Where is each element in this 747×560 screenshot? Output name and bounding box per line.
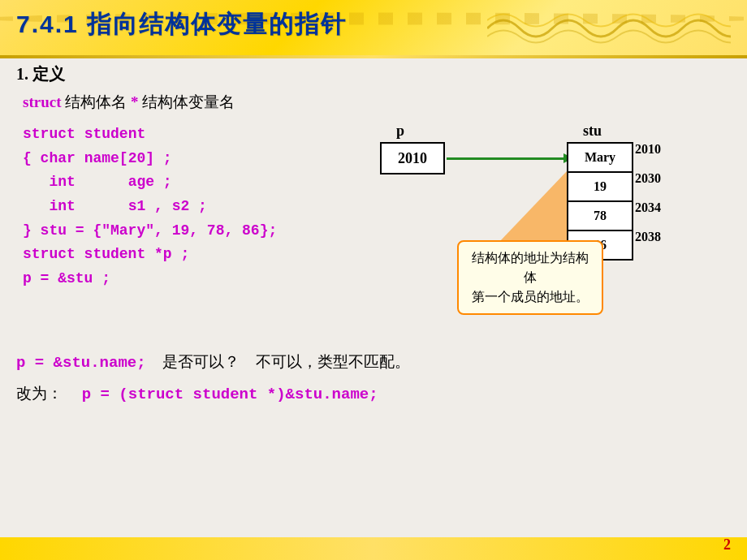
definition-rest2: 结构体变量名 <box>142 93 235 110</box>
main-content: 1. 定义 struct 结构体名 * 结构体变量名 struct studen… <box>16 63 731 544</box>
table-row: 19 <box>568 172 633 201</box>
change-code: p = (struct student *)&stu.name; <box>82 386 378 403</box>
definition-line: struct 结构体名 * 结构体变量名 <box>23 92 731 113</box>
page-title: 7.4.1 指向结构体变量的指针 <box>16 8 347 41</box>
stu-cell-age: 19 <box>568 172 633 201</box>
code-line-7: p = &stu ; <box>23 267 331 291</box>
code-block: struct student { char name[20] ; int age… <box>23 123 331 291</box>
code-line-1: struct student <box>23 123 331 147</box>
bottom-bar <box>0 537 747 560</box>
stu-label: stu <box>583 123 602 140</box>
change-line: 改为： p = (struct student *)&stu.name; <box>16 380 731 408</box>
stu-cell-s1: 78 <box>568 201 633 230</box>
struct-keyword: struct <box>23 93 61 110</box>
code-line-6: struct student *p ; <box>23 243 331 267</box>
section-heading-text: 1. 定义 <box>16 65 65 83</box>
definition-rest: 结构体名 <box>65 93 131 110</box>
main-area: struct student { char name[20] ; int age… <box>16 123 731 334</box>
p-query-line: p = &stu.name; 是否可以？ 不可以，类型不匹配。 <box>16 348 731 377</box>
table-row: Mary <box>568 143 633 172</box>
callout-text: 结构体的地址为结构体第一个成员的地址。 <box>472 251 589 304</box>
callout-box: 结构体的地址为结构体第一个成员的地址。 <box>457 240 603 315</box>
code-line-3: int age ; <box>23 170 331 195</box>
diagram-area: p 2010 stu Mary 19 <box>331 123 731 334</box>
p-query-answer: 不可以，类型不匹配。 <box>256 348 410 376</box>
code-line-4: int s1 , s2 ; <box>23 195 331 219</box>
banner-decoration <box>487 4 731 53</box>
pointer-star: * <box>131 93 139 110</box>
p-box: 2010 <box>380 142 445 174</box>
section-heading: 1. 定义 <box>16 63 731 85</box>
p-value: 2010 <box>398 150 427 167</box>
p-label: p <box>396 123 404 140</box>
change-prefix: 改为： <box>16 385 78 402</box>
page-number: 2 <box>723 536 731 554</box>
pointer-arrow <box>447 157 572 160</box>
addr-2030: 2030 <box>635 171 661 186</box>
addr-2010: 2010 <box>635 142 661 157</box>
addr-2038: 2038 <box>635 230 661 244</box>
bottom-section: p = &stu.name; 是否可以？ 不可以，类型不匹配。 改为： p = … <box>16 348 731 408</box>
addr-2034: 2034 <box>635 200 661 215</box>
code-line-5: } stu = {"Mary", 19, 78, 86}; <box>23 219 331 243</box>
table-row: 78 <box>568 201 633 230</box>
stu-cell-name: Mary <box>568 143 633 172</box>
code-line-2: { char name[20] ; <box>23 147 331 171</box>
p-query-question: 是否可以？ <box>162 348 240 376</box>
p-query-code: p = &stu.name; <box>16 349 146 377</box>
